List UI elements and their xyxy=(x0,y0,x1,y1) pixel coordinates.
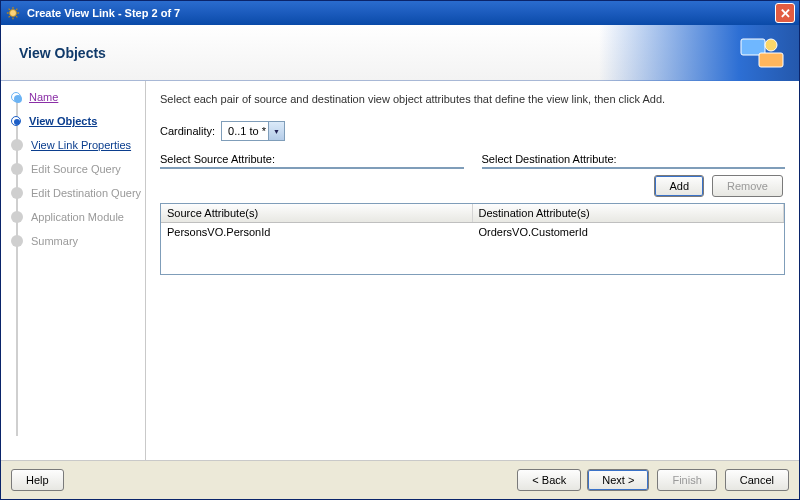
finish-button[interactable]: Finish xyxy=(657,469,716,491)
cardinality-select[interactable]: 0..1 to * ▼ xyxy=(221,121,285,141)
cardinality-label: Cardinality: xyxy=(160,125,215,137)
footer: Help < Back Next > Finish Cancel xyxy=(1,460,799,499)
banner-graphic xyxy=(599,25,799,81)
remove-button[interactable]: Remove xyxy=(712,175,783,197)
step-dot-icon xyxy=(11,163,23,175)
banner-title: View Objects xyxy=(19,45,106,61)
wizard-step[interactable]: Name xyxy=(9,91,145,103)
attribute-panes: Select Source Attribute: xyzMaritalStatu… xyxy=(160,153,785,169)
source-tree-box: xyzMaritalStatusCodexyzMembershipIdxyzMo… xyxy=(160,167,464,169)
step-dot-icon xyxy=(11,139,23,151)
dest-pane: Select Destination Attribute: −OrdersVOx… xyxy=(482,153,786,169)
grid-header: Source Attribute(s) Destination Attribut… xyxy=(161,204,784,223)
cardinality-value: 0..1 to * xyxy=(228,125,266,137)
step-label: Summary xyxy=(31,235,78,247)
wizard-icon xyxy=(5,5,21,21)
source-label: Select Source Attribute: xyxy=(160,153,464,165)
step-dot-icon xyxy=(11,187,23,199)
next-button[interactable]: Next > xyxy=(587,469,649,491)
step-label: Edit Destination Query xyxy=(31,187,141,199)
dest-tree-box: −OrdersVOxyzCalculatedOrderTotalxyzColle… xyxy=(482,167,786,169)
cardinality-row: Cardinality: 0..1 to * ▼ xyxy=(160,121,785,141)
step-dot-icon xyxy=(11,235,23,247)
table-cell: OrdersVO.CustomerId xyxy=(473,223,785,241)
back-button[interactable]: < Back xyxy=(517,469,581,491)
table-cell: PersonsVO.PersonId xyxy=(161,223,473,241)
wizard-step: Application Module xyxy=(9,211,145,223)
wizard-step: Edit Destination Query xyxy=(9,187,145,199)
wizard-step: Summary xyxy=(9,235,145,247)
table-row[interactable]: PersonsVO.PersonIdOrdersVO.CustomerId xyxy=(161,223,784,241)
step-label[interactable]: View Objects xyxy=(29,115,97,127)
mapping-grid: Source Attribute(s) Destination Attribut… xyxy=(160,203,785,275)
step-dot-icon xyxy=(11,92,21,102)
svg-point-2 xyxy=(765,39,777,51)
content: NameView ObjectsView Link PropertiesEdit… xyxy=(1,81,799,460)
chevron-down-icon: ▼ xyxy=(268,122,284,140)
svg-rect-3 xyxy=(759,53,783,67)
wizard-step: Edit Source Query xyxy=(9,163,145,175)
wizard-window: Create View Link - Step 2 of 7 ✕ View Ob… xyxy=(0,0,800,500)
instruction-text: Select each pair of source and destinati… xyxy=(160,93,785,105)
step-label: Application Module xyxy=(31,211,124,223)
dest-label: Select Destination Attribute: xyxy=(482,153,786,165)
help-button[interactable]: Help xyxy=(11,469,64,491)
step-label[interactable]: View Link Properties xyxy=(31,139,131,151)
window-title: Create View Link - Step 2 of 7 xyxy=(23,7,775,19)
step-dot-icon xyxy=(11,116,21,126)
add-button[interactable]: Add xyxy=(654,175,704,197)
grid-body[interactable]: PersonsVO.PersonIdOrdersVO.CustomerId xyxy=(161,223,784,241)
banner: View Objects xyxy=(1,25,799,81)
close-button[interactable]: ✕ xyxy=(775,3,795,23)
titlebar: Create View Link - Step 2 of 7 ✕ xyxy=(1,1,799,25)
svg-point-0 xyxy=(10,10,17,17)
grid-header-source: Source Attribute(s) xyxy=(161,204,473,222)
cancel-button[interactable]: Cancel xyxy=(725,469,789,491)
wizard-step[interactable]: View Link Properties xyxy=(9,139,145,151)
source-pane: Select Source Attribute: xyzMaritalStatu… xyxy=(160,153,464,169)
step-dot-icon xyxy=(11,211,23,223)
step-label[interactable]: Name xyxy=(29,91,58,103)
wizard-steps: NameView ObjectsView Link PropertiesEdit… xyxy=(1,81,146,460)
add-remove-row: Add Remove xyxy=(160,175,783,197)
main-panel: Select each pair of source and destinati… xyxy=(146,81,799,460)
wizard-step[interactable]: View Objects xyxy=(9,115,145,127)
step-label: Edit Source Query xyxy=(31,163,121,175)
grid-header-dest: Destination Attribute(s) xyxy=(473,204,785,222)
